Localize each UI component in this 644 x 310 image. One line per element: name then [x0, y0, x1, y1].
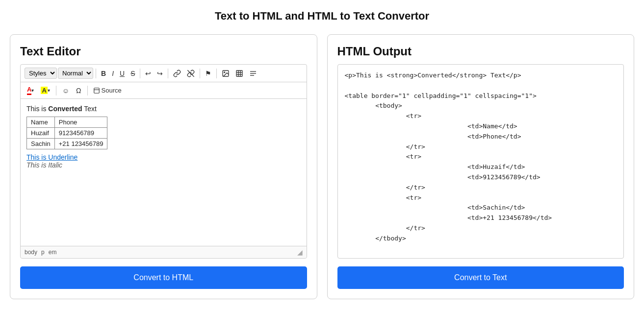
resize-handle[interactable]: ◢ [297, 248, 303, 256]
intro-paragraph: This is Converted Text [26, 105, 301, 113]
data-table: Name Phone Huzaif 9123456789 Sachin +21 … [26, 117, 107, 149]
strikethrough-button[interactable]: S [128, 68, 137, 79]
undo-button[interactable]: ↩ [143, 68, 154, 79]
toolbar-separator-5 [216, 69, 217, 78]
align-button[interactable] [247, 68, 259, 79]
table-row: Huzaif 9123456789 [27, 128, 107, 139]
svg-rect-3 [236, 71, 242, 76]
omega-button[interactable]: Ω [74, 85, 83, 96]
link-icon [173, 70, 181, 77]
toolbar-separator-7 [87, 86, 88, 95]
toolbar-separator-1 [96, 69, 96, 78]
font-color-label: A [27, 86, 31, 95]
unlink-icon [187, 70, 195, 77]
page-title: Text to HTML and HTML to Text Convertor [10, 10, 634, 23]
convert-to-html-button[interactable]: Convert to HTML [20, 266, 307, 289]
redo-button[interactable]: ↪ [155, 68, 165, 79]
table-body: Name Phone Huzaif 9123456789 Sachin +21 … [27, 117, 107, 149]
table-cell: Name [27, 117, 55, 128]
html-output-title: HTML Output [337, 45, 624, 58]
underline-text[interactable]: This is Underline [26, 153, 77, 161]
flag-button[interactable]: ⚑ [203, 68, 214, 79]
editor-content-area[interactable]: This is Converted Text Name Phone Huzaif… [21, 99, 307, 246]
editor-container: Styles Normal B I U S ↩ ↪ [20, 64, 307, 259]
toolbar-separator-3 [168, 69, 168, 78]
table-cell: Phone [54, 117, 107, 128]
source-button[interactable]: Source [91, 86, 124, 95]
source-label: Source [102, 87, 122, 94]
toolbar-separator-6 [56, 86, 56, 95]
text-editor-panel: Text Editor Styles Normal B I U S ↩ ↪ [10, 34, 317, 299]
normal-dropdown[interactable]: Normal [58, 68, 93, 79]
table-cell: Huzaif [27, 128, 55, 139]
intro-plain-2: Text [82, 105, 97, 113]
html-output-panel: HTML Output <p>This is <strong>Converted… [327, 34, 635, 299]
table-cell: Sachin [27, 139, 55, 149]
styles-dropdown[interactable]: Styles [25, 68, 57, 79]
table-button[interactable] [233, 68, 246, 79]
intro-bold: Converted [48, 105, 82, 113]
image-button[interactable] [219, 68, 232, 79]
bold-button[interactable]: B [99, 68, 108, 79]
svg-point-2 [224, 72, 225, 72]
intro-plain-1: This is [26, 105, 48, 113]
main-layout: Text Editor Styles Normal B I U S ↩ ↪ [10, 34, 634, 299]
footer-tag-body: body [25, 249, 37, 256]
unlink-button[interactable] [184, 68, 197, 79]
italic-text: This is Italic [26, 161, 62, 169]
footer-tag-p: p [41, 249, 45, 256]
toolbar-separator-2 [140, 69, 140, 78]
bg-color-label: A [41, 87, 47, 94]
source-icon [93, 87, 100, 94]
html-output-area[interactable]: <p>This is <strong>Converted</strong> Te… [337, 64, 624, 259]
bg-color-arrow: ▾ [48, 88, 50, 93]
underline-paragraph: This is Underline [26, 153, 301, 161]
convert-to-text-button[interactable]: Convert to Text [337, 266, 624, 289]
table-row: Name Phone [27, 117, 107, 128]
align-icon [249, 70, 257, 77]
toolbar-row1: Styles Normal B I U S ↩ ↪ [21, 65, 307, 82]
table-cell: 9123456789 [54, 128, 107, 139]
bg-color-button[interactable]: A ▾ [38, 85, 52, 95]
table-row: Sachin +21 123456789 [27, 139, 107, 149]
text-editor-title: Text Editor [20, 45, 307, 58]
table-icon [235, 70, 243, 77]
editor-footer: body p em ◢ [21, 246, 307, 258]
underline-button[interactable]: U [117, 68, 127, 79]
font-color-button[interactable]: A ▾ [25, 84, 36, 96]
italic-paragraph: This is Italic [26, 161, 301, 169]
emoji-button[interactable]: ☺ [60, 85, 72, 96]
svg-rect-11 [94, 88, 99, 93]
toolbar-separator-4 [200, 69, 200, 78]
toolbar-row2: A ▾ A ▾ ☺ Ω Source [21, 82, 307, 99]
link-button[interactable] [171, 68, 183, 79]
font-color-arrow: ▾ [31, 88, 34, 93]
italic-button[interactable]: I [109, 68, 116, 79]
image-icon [222, 70, 230, 77]
table-cell: +21 123456789 [54, 139, 107, 149]
footer-tag-em: em [49, 249, 57, 256]
